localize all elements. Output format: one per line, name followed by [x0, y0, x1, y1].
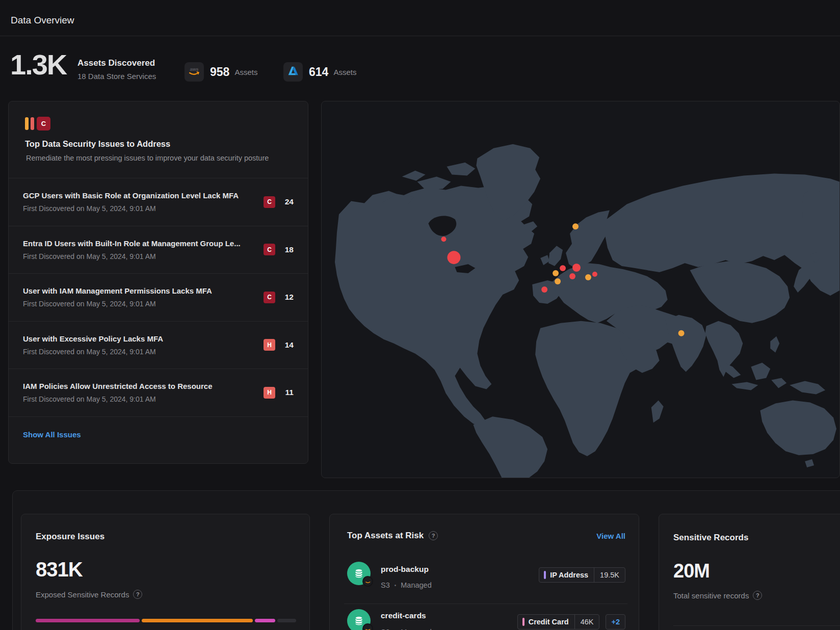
- tag-color-bar: [544, 571, 546, 579]
- asset-name: credit-cards: [381, 611, 426, 620]
- top-issues-title: Top Data Security Issues to Address: [25, 139, 292, 149]
- issue-discovered: First Discovered on May 5, 2024, 9:01 AM: [23, 300, 212, 308]
- tag-count: 46K: [575, 615, 599, 629]
- stats-row: 1.3K Assets Discovered 18 Data Store Ser…: [0, 37, 840, 101]
- exposure-bar-segment: [255, 619, 275, 622]
- top-issues-header: C Top Data Security Issues to Address Re…: [9, 101, 308, 178]
- tag-label: IP Address: [550, 571, 588, 579]
- asset-service: S3: [381, 628, 390, 630]
- exposure-label: Exposed Sensitive Records: [36, 590, 129, 599]
- world-map-card: [321, 101, 840, 478]
- issue-row[interactable]: User with Excessive Policy Lacks MFA Fir…: [9, 321, 308, 369]
- exposure-bar-segment: [277, 619, 296, 622]
- map-dot-red: [441, 237, 447, 242]
- map-dot-orange: [572, 223, 579, 229]
- map-dot-red: [448, 251, 461, 264]
- sensitive-records-value: 20M: [673, 560, 710, 582]
- map-dot-orange: [678, 330, 685, 336]
- exposure-issues-title: Exposure Issues: [36, 532, 104, 542]
- bottom-panel: Exposure Issues 831K Exposed Sensitive R…: [12, 490, 840, 630]
- top-assets-title: Top Assets at Risk: [347, 531, 424, 541]
- issue-row[interactable]: Entra ID Users with Built-In Role at Man…: [9, 226, 308, 274]
- issue-discovered: First Discovered on May 5, 2024, 9:01 AM: [23, 395, 213, 403]
- map-landmasses: [335, 144, 839, 478]
- aws-icon-text: aws: [190, 67, 198, 72]
- data-class-tag[interactable]: Credit Card 46K: [517, 614, 600, 629]
- severity-badge: C: [264, 196, 275, 208]
- datastore-avatar: [347, 609, 371, 630]
- issue-count: 24: [282, 197, 294, 206]
- bullet-separator: •: [395, 583, 397, 588]
- top-issues-subtitle: Remediate the most pressing issues to im…: [26, 154, 292, 162]
- asset-status: Managed: [401, 628, 431, 630]
- help-icon[interactable]: ?: [753, 591, 762, 600]
- sensitive-records-title: Sensitive Records: [673, 533, 748, 543]
- exposure-value: 831K: [36, 558, 83, 581]
- issue-row[interactable]: IAM Policies Allow Unrestricted Access t…: [9, 369, 308, 416]
- issue-discovered: First Discovered on May 5, 2024, 9:01 AM: [23, 348, 163, 356]
- azure-assets-count: 614: [309, 65, 328, 79]
- issue-title: IAM Policies Allow Unrestricted Access t…: [23, 382, 213, 390]
- issue-discovered: First Discovered on May 5, 2024, 9:01 AM: [23, 252, 241, 260]
- tag-count: 19.5K: [594, 568, 625, 582]
- help-icon[interactable]: ?: [133, 590, 142, 599]
- severity-badge: C: [264, 292, 275, 303]
- aws-icon: aws: [185, 62, 204, 82]
- severity-badge: H: [264, 339, 275, 351]
- issue-title: GCP Users with Basic Role at Organizatio…: [23, 191, 239, 200]
- severity-badge: H: [264, 387, 275, 399]
- issue-discovered: First Discovered on May 5, 2024, 9:01 AM: [23, 204, 239, 213]
- page-title: Data Overview: [11, 15, 74, 26]
- issue-title: User with Excessive Policy Lacks MFA: [23, 334, 163, 343]
- map-dot-orange: [585, 274, 591, 280]
- asset-status: Managed: [401, 581, 431, 589]
- map-dot-red: [541, 286, 547, 293]
- severity-badge: C: [264, 244, 275, 255]
- show-all-issues-link[interactable]: Show All Issues: [23, 430, 81, 439]
- asset-name: prod-backup: [381, 565, 429, 574]
- aws-mini-badge: [362, 576, 373, 587]
- map-dot-red: [592, 272, 597, 277]
- issue-title: Entra ID Users with Built-In Role at Man…: [23, 239, 241, 248]
- view-all-link[interactable]: View All: [596, 532, 625, 540]
- top-assets-card: Top Assets at Risk ? View All prod-ba: [329, 514, 639, 630]
- world-map: [322, 101, 839, 478]
- data-store-services-label: 18 Data Store Services: [77, 72, 156, 81]
- issue-count: 11: [282, 388, 294, 397]
- records-divider: [673, 625, 840, 626]
- sensitive-records-label: Total sensitive records: [673, 591, 749, 600]
- exposure-bar: [36, 619, 296, 622]
- exposure-issues-card: Exposure Issues 831K Exposed Sensitive R…: [21, 514, 310, 630]
- map-dot-orange: [553, 270, 559, 276]
- issue-row[interactable]: GCP Users with Basic Role at Organizatio…: [9, 178, 308, 226]
- severity-stack-icon: C: [25, 117, 72, 130]
- help-icon[interactable]: ?: [429, 531, 438, 540]
- azure-icon: [283, 62, 303, 82]
- aws-assets-count: 958: [210, 65, 229, 79]
- row-divider: [344, 603, 627, 604]
- top-issues-card: C Top Data Security Issues to Address Re…: [8, 101, 308, 464]
- map-dot-red: [569, 273, 575, 279]
- assets-discovered-label: Assets Discovered 18 Data Store Services: [77, 58, 156, 81]
- asset-service: S3: [381, 581, 390, 589]
- map-dot-red: [560, 265, 566, 271]
- data-class-tag[interactable]: IP Address 19.5K: [539, 567, 625, 583]
- issue-count: 18: [282, 245, 294, 254]
- datastore-avatar: [347, 562, 371, 585]
- issue-count: 12: [282, 293, 294, 302]
- tag-color-bar: [522, 618, 524, 626]
- more-tags-chip[interactable]: +2: [606, 614, 625, 629]
- map-dot-orange: [555, 278, 561, 284]
- issue-title: User with IAM Management Permissions Lac…: [23, 286, 212, 295]
- azure-assets-stat: 614 Assets: [283, 62, 356, 82]
- tag-label: Credit Card: [529, 618, 569, 626]
- exposure-bar-segment: [36, 619, 140, 622]
- exposure-bar-segment: [142, 619, 253, 622]
- issue-row[interactable]: User with IAM Management Permissions Lac…: [9, 273, 308, 321]
- assets-discovered-value: 1.3K: [10, 48, 66, 81]
- aws-mini-badge: [362, 623, 373, 630]
- issue-count: 14: [282, 340, 294, 350]
- map-dot-red: [572, 264, 581, 272]
- aws-assets-stat: aws 958 Assets: [185, 62, 257, 82]
- page-header: Data Overview: [0, 0, 840, 36]
